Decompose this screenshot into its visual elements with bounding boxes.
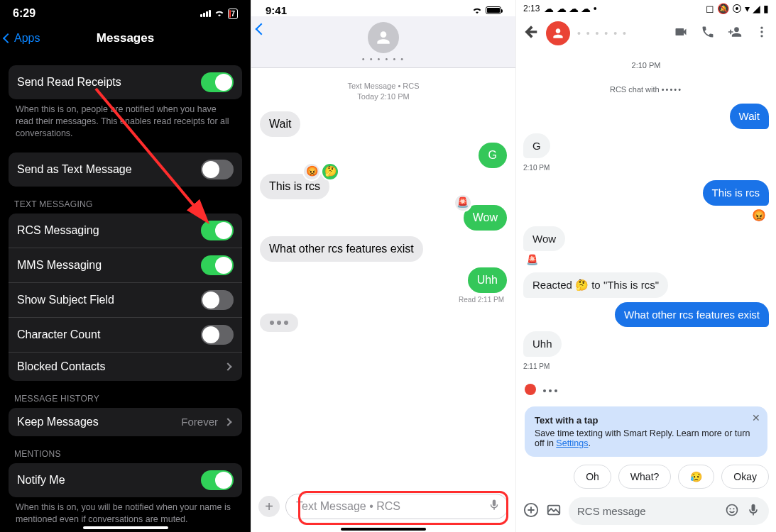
message-outgoing[interactable]: G bbox=[479, 143, 507, 168]
imessage-panel: 9:41 • • • • • • Text Message • RCS Toda… bbox=[251, 0, 516, 532]
add-button[interactable]: + bbox=[258, 496, 280, 517]
row-read-receipts[interactable]: Send Read Receipts bbox=[9, 65, 242, 99]
reaction-siren-icon: 🚨 bbox=[526, 254, 538, 265]
message-thread: Text Message • RCS Today 2:10 PM Wait G … bbox=[251, 68, 515, 488]
message-outgoing[interactable]: Uhh bbox=[468, 267, 507, 293]
toggle-mms[interactable] bbox=[201, 255, 234, 275]
notif-icons: ☁ ☁ ☁ ☁ • bbox=[544, 3, 596, 14]
svg-point-2 bbox=[760, 31, 763, 33]
more-icon[interactable] bbox=[755, 25, 769, 42]
typing-indicator bbox=[525, 383, 559, 395]
composer: RCS message bbox=[516, 493, 776, 532]
toggle-read-receipts[interactable] bbox=[201, 72, 234, 92]
row-char-count[interactable]: Character Count bbox=[9, 318, 242, 353]
contact-avatar[interactable] bbox=[368, 22, 399, 53]
toggle-rcs[interactable] bbox=[201, 221, 234, 240]
status-bar: 6:29 7 bbox=[0, 0, 251, 24]
svg-point-3 bbox=[760, 35, 763, 37]
toggle-char-count[interactable] bbox=[201, 325, 234, 345]
notify-me-footer: When this is on, you will be notified wh… bbox=[9, 497, 242, 526]
wifi-icon bbox=[214, 9, 225, 19]
contact-name: • • • • • • bbox=[577, 28, 667, 39]
toggle-send-as-text[interactable] bbox=[201, 160, 234, 179]
home-indicator bbox=[341, 528, 426, 531]
svg-point-7 bbox=[730, 508, 731, 509]
read-receipt: Read 2:11 PM bbox=[459, 296, 504, 304]
conversation-header: • • • • • • bbox=[251, 16, 515, 68]
message-incoming-reaction[interactable]: Reacted 🤔 to "This is rcs" bbox=[523, 272, 668, 298]
smart-reply-tip: ✕ Text with a tap Save time texting with… bbox=[525, 406, 767, 457]
row-send-as-text[interactable]: Send as Text Message bbox=[9, 153, 242, 187]
group-title-history: MESSAGE HISTORY bbox=[9, 394, 242, 408]
conversation-header: • • • • • • bbox=[516, 17, 776, 52]
message-incoming[interactable]: Wow bbox=[523, 226, 565, 252]
message-input[interactable]: Text Message • RCS bbox=[285, 494, 508, 519]
add-person-icon[interactable] bbox=[728, 25, 742, 42]
input-placeholder: RCS message bbox=[577, 505, 646, 517]
row-keep-messages[interactable]: Keep Messages Forever bbox=[9, 408, 242, 436]
group-title-mentions: MENTIONS bbox=[9, 449, 242, 463]
reaction-angry-icon: 😡 bbox=[302, 162, 321, 181]
back-button[interactable]: Apps bbox=[4, 32, 40, 45]
reactions: 😡 🤔 bbox=[302, 162, 339, 181]
reaction-angry-icon: 😡 bbox=[752, 209, 766, 222]
system-icons: ◻🔕⦿▾◢▮ bbox=[706, 3, 769, 14]
ios-settings-panel: 6:29 7 Apps Messages Send Read Receipts … bbox=[0, 0, 251, 532]
message-incoming[interactable]: Wait bbox=[260, 111, 300, 137]
rcs-chat-label: RCS chat with ••••• bbox=[523, 85, 769, 94]
settings-link[interactable]: Settings bbox=[556, 438, 588, 448]
message-incoming[interactable]: What other rcs features exist bbox=[260, 236, 423, 262]
battery-icon: 7 bbox=[228, 9, 238, 19]
message-incoming[interactable]: G bbox=[523, 133, 550, 159]
timestamp: 2:11 PM bbox=[523, 362, 769, 370]
nav-bar: Apps Messages bbox=[0, 24, 251, 52]
page-title: Messages bbox=[97, 31, 154, 45]
back-button[interactable] bbox=[523, 24, 539, 43]
contact-avatar[interactable] bbox=[546, 21, 570, 45]
input-placeholder: Text Message • RCS bbox=[296, 500, 400, 513]
message-outgoing[interactable]: What other rcs features exist bbox=[615, 302, 769, 328]
close-icon[interactable]: ✕ bbox=[752, 412, 760, 423]
reaction-siren-icon: 🚨 bbox=[454, 194, 472, 212]
row-rcs[interactable]: RCS Messaging bbox=[9, 214, 242, 248]
status-bar: 2:13 ☁ ☁ ☁ ☁ • ◻🔕⦿▾◢▮ bbox=[516, 0, 776, 17]
message-outgoing[interactable]: Wait bbox=[730, 104, 769, 129]
toggle-subject[interactable] bbox=[201, 290, 234, 310]
back-button[interactable] bbox=[257, 23, 268, 36]
smart-reply-chip[interactable]: What? bbox=[618, 465, 671, 489]
avatar-mini-icon bbox=[525, 384, 536, 395]
row-blocked[interactable]: Blocked Contacts bbox=[9, 353, 242, 381]
thread-meta: Text Message • RCS Today 2:10 PM bbox=[260, 81, 507, 103]
status-time: 9:41 bbox=[266, 4, 287, 16]
row-read-receipts-footer: When this is on, people are notified whe… bbox=[9, 99, 242, 140]
gallery-icon[interactable] bbox=[546, 502, 562, 521]
message-incoming[interactable]: This is rcs 😡 🤔 bbox=[260, 174, 329, 199]
toggle-notify-me[interactable] bbox=[201, 470, 234, 490]
add-button[interactable] bbox=[523, 502, 539, 521]
message-incoming[interactable]: Uhh bbox=[523, 331, 562, 357]
svg-point-8 bbox=[733, 508, 735, 509]
mic-icon[interactable] bbox=[746, 503, 760, 519]
message-input[interactable]: RCS message bbox=[569, 497, 769, 525]
android-messages-panel: 2:13 ☁ ☁ ☁ ☁ • ◻🔕⦿▾◢▮ • • • • • • 2:10 P… bbox=[516, 0, 776, 532]
timestamp: 2:10 PM bbox=[523, 164, 769, 172]
call-icon[interactable] bbox=[701, 25, 715, 42]
message-outgoing[interactable]: Wow 🚨 bbox=[464, 205, 507, 231]
mic-icon[interactable] bbox=[488, 499, 501, 514]
svg-point-6 bbox=[727, 505, 738, 516]
smart-reply-chip[interactable]: Okay bbox=[721, 465, 769, 489]
time-header: 2:10 PM bbox=[523, 61, 769, 70]
emoji-icon[interactable] bbox=[725, 503, 739, 519]
row-mms[interactable]: MMS Messaging bbox=[9, 248, 242, 283]
smart-reply-chip[interactable]: Oh bbox=[574, 465, 611, 489]
wifi-icon bbox=[471, 4, 483, 16]
message-outgoing[interactable]: This is rcs bbox=[703, 180, 770, 206]
composer: + Text Message • RCS bbox=[251, 488, 515, 532]
tip-title: Text with a tap bbox=[535, 415, 758, 426]
home-indicator bbox=[83, 526, 168, 529]
row-subject[interactable]: Show Subject Field bbox=[9, 283, 242, 318]
video-call-icon[interactable] bbox=[674, 25, 688, 42]
smart-reply-chip[interactable]: 😥 bbox=[678, 465, 714, 489]
svg-point-1 bbox=[760, 27, 763, 29]
row-notify-me[interactable]: Notify Me bbox=[9, 463, 242, 497]
